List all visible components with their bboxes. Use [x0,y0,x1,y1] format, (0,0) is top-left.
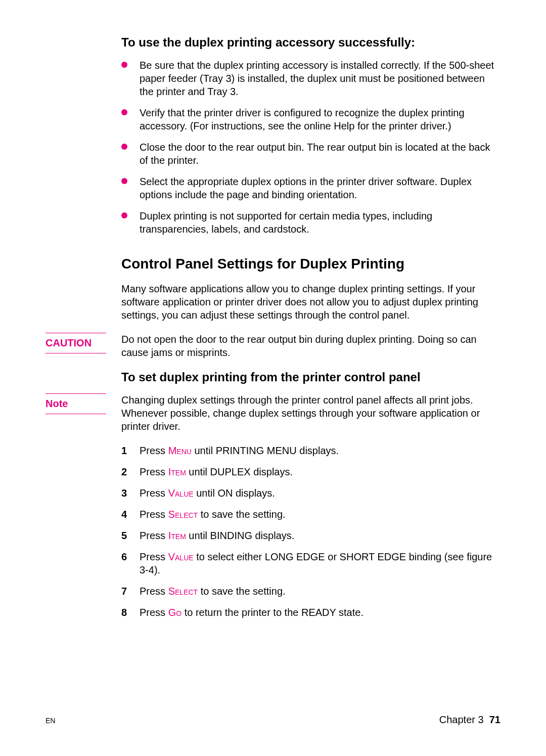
footer-language: EN [46,717,55,725]
list-item: Verify that the printer driver is config… [121,106,500,132]
step-text: until ON displays. [194,487,275,499]
step-text: until BINDING displays. [186,530,295,541]
page-footer: EN Chapter 3 71 [46,714,500,726]
step-text: Press [140,551,168,562]
step-8: Press Go to return the printer to the RE… [121,606,500,619]
step-6: Press Value to select either LONG EDGE o… [121,550,500,576]
caution-text: Do not open the door to the rear output … [121,333,500,359]
footer-page: Chapter 3 71 [439,714,500,726]
key-menu: Menu [168,445,192,456]
steps-block: Press Menu until PRINTING MENU displays.… [121,444,500,619]
ordered-steps: Press Menu until PRINTING MENU displays.… [121,444,500,619]
heading-control-panel: Control Panel Settings for Duplex Printi… [121,256,500,272]
step-text: Press [140,487,168,499]
heading-accessory: To use the duplex printing accessory suc… [121,35,500,50]
list-item: Duplex printing is not supported for cer… [121,209,500,236]
step-text: Press [140,530,168,541]
list-item: Be sure that the duplex printing accesso… [121,59,500,98]
step-text: to save the setting. [198,586,285,597]
key-select: Select [168,509,198,520]
key-item: Item [168,466,186,477]
step-text: Press [140,586,168,597]
step-7: Press Select to save the setting. [121,585,500,598]
caution-label: CAUTION [46,333,106,353]
note-label-wrap: Note [46,393,121,433]
caution-note: CAUTION Do not open the door to the rear… [46,333,500,359]
step-4: Press Select to save the setting. [121,508,500,521]
step-3: Press Value until ON displays. [121,486,500,500]
footer-chapter: Chapter 3 [439,714,484,725]
note-block: Note Changing duplex settings through th… [46,393,500,433]
step-text: Press [140,509,168,520]
key-value: Value [168,551,194,562]
paragraph-control-panel: Many software applications allow you to … [121,282,500,322]
step-2: Press Item until DUPLEX displays. [121,465,500,478]
note-label: Note [46,393,106,414]
section-set-duplex: To set duplex printing from the printer … [121,370,500,384]
note-text: Changing duplex settings through the pri… [121,393,500,433]
key-go: Go [168,607,181,618]
key-item: Item [168,530,186,541]
step-text: Press [140,445,168,456]
footer-pagenum: 71 [489,714,500,725]
key-select: Select [168,586,198,597]
key-value: Value [168,487,194,499]
heading-set-duplex: To set duplex printing from the printer … [121,370,500,384]
page: To use the duplex printing accessory suc… [0,0,546,756]
step-text: until PRINTING MENU displays. [192,445,339,456]
step-text: until DUPLEX displays. [186,466,293,477]
step-5: Press Item until BINDING displays. [121,529,500,542]
step-text: to return the printer to the READY state… [181,607,363,618]
section-control-panel: Control Panel Settings for Duplex Printi… [121,256,500,322]
list-item: Close the door to the rear output bin. T… [121,141,500,167]
step-text: to save the setting. [198,509,285,520]
caution-label-wrap: CAUTION [46,333,121,359]
bullet-list-accessory: Be sure that the duplex printing accesso… [121,59,500,236]
section-duplex-accessory: To use the duplex printing accessory suc… [121,35,500,236]
list-item: Select the appropriate duplex options in… [121,175,500,201]
step-1: Press Menu until PRINTING MENU displays. [121,444,500,457]
step-text: Press [140,607,168,618]
step-text: Press [140,466,168,477]
